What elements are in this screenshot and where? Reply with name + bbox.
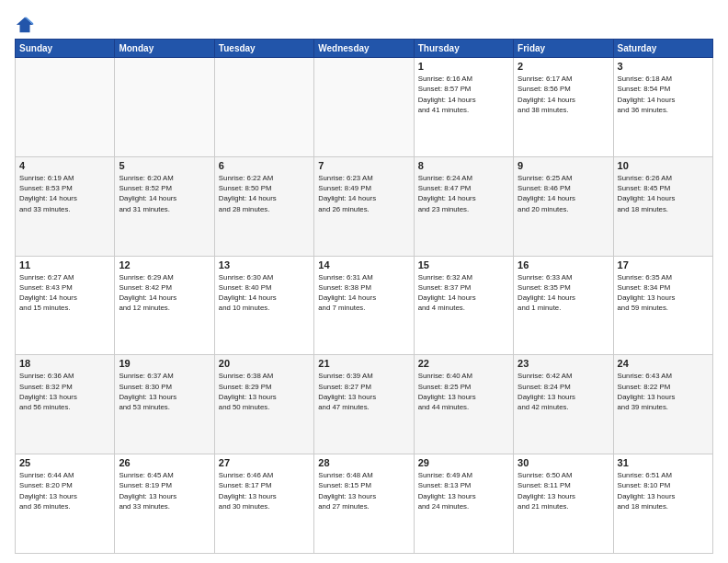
calendar-cell: 28Sunrise: 6:48 AM Sunset: 8:15 PM Dayli… (314, 454, 414, 554)
day-number: 13 (219, 259, 310, 270)
calendar-cell: 29Sunrise: 6:49 AM Sunset: 8:13 PM Dayli… (414, 454, 513, 554)
calendar-cell: 24Sunrise: 6:43 AM Sunset: 8:22 PM Dayli… (613, 355, 712, 454)
day-info: Sunrise: 6:43 AM Sunset: 8:22 PM Dayligh… (618, 371, 709, 412)
calendar-cell (16, 58, 115, 157)
day-info: Sunrise: 6:25 AM Sunset: 8:46 PM Dayligh… (518, 173, 609, 214)
calendar-cell: 20Sunrise: 6:38 AM Sunset: 8:29 PM Dayli… (214, 355, 313, 454)
day-info: Sunrise: 6:24 AM Sunset: 8:47 PM Dayligh… (418, 173, 509, 214)
day-number: 30 (518, 457, 609, 468)
day-number: 20 (219, 358, 310, 369)
calendar-header-saturday: Saturday (613, 40, 712, 58)
calendar-cell: 15Sunrise: 6:32 AM Sunset: 8:37 PM Dayli… (414, 256, 513, 355)
calendar-cell: 2Sunrise: 6:17 AM Sunset: 8:56 PM Daylig… (514, 58, 613, 157)
day-number: 25 (19, 457, 110, 468)
day-number: 28 (318, 457, 409, 468)
calendar-cell: 31Sunrise: 6:51 AM Sunset: 8:10 PM Dayli… (613, 454, 712, 554)
calendar-week-1: 1Sunrise: 6:16 AM Sunset: 8:57 PM Daylig… (16, 58, 713, 157)
calendar-header-friday: Friday (514, 40, 613, 58)
calendar-week-4: 18Sunrise: 6:36 AM Sunset: 8:32 PM Dayli… (16, 355, 713, 454)
calendar-cell: 8Sunrise: 6:24 AM Sunset: 8:47 PM Daylig… (414, 156, 513, 256)
day-number: 9 (518, 160, 609, 171)
day-number: 7 (318, 160, 409, 171)
calendar-cell (115, 58, 214, 157)
day-number: 6 (219, 160, 310, 171)
day-number: 3 (618, 61, 709, 72)
calendar-cell: 10Sunrise: 6:26 AM Sunset: 8:45 PM Dayli… (613, 156, 712, 256)
calendar-cell: 9Sunrise: 6:25 AM Sunset: 8:46 PM Daylig… (514, 156, 613, 256)
day-number: 12 (119, 259, 210, 270)
calendar-cell: 18Sunrise: 6:36 AM Sunset: 8:32 PM Dayli… (16, 355, 115, 454)
logo-icon (15, 15, 35, 35)
day-info: Sunrise: 6:17 AM Sunset: 8:56 PM Dayligh… (518, 74, 609, 115)
calendar-cell: 5Sunrise: 6:20 AM Sunset: 8:52 PM Daylig… (115, 156, 214, 256)
day-info: Sunrise: 6:19 AM Sunset: 8:53 PM Dayligh… (19, 173, 110, 214)
day-info: Sunrise: 6:23 AM Sunset: 8:49 PM Dayligh… (318, 173, 409, 214)
calendar-cell: 25Sunrise: 6:44 AM Sunset: 8:20 PM Dayli… (16, 454, 115, 554)
day-number: 5 (119, 160, 210, 171)
calendar-cell: 4Sunrise: 6:19 AM Sunset: 8:53 PM Daylig… (16, 156, 115, 256)
day-info: Sunrise: 6:30 AM Sunset: 8:40 PM Dayligh… (219, 272, 310, 314)
calendar-header-row: SundayMondayTuesdayWednesdayThursdayFrid… (16, 40, 713, 58)
calendar-cell (314, 58, 414, 157)
day-number: 22 (418, 358, 509, 369)
day-info: Sunrise: 6:20 AM Sunset: 8:52 PM Dayligh… (119, 173, 210, 214)
calendar-cell: 21Sunrise: 6:39 AM Sunset: 8:27 PM Dayli… (314, 355, 414, 454)
day-number: 15 (418, 259, 509, 270)
day-info: Sunrise: 6:33 AM Sunset: 8:35 PM Dayligh… (518, 272, 609, 314)
calendar-cell: 17Sunrise: 6:35 AM Sunset: 8:34 PM Dayli… (613, 256, 712, 355)
day-number: 21 (318, 358, 409, 369)
header (15, 11, 713, 35)
calendar-cell: 13Sunrise: 6:30 AM Sunset: 8:40 PM Dayli… (214, 256, 313, 355)
day-info: Sunrise: 6:48 AM Sunset: 8:15 PM Dayligh… (318, 470, 409, 511)
day-info: Sunrise: 6:27 AM Sunset: 8:43 PM Dayligh… (19, 272, 110, 314)
day-info: Sunrise: 6:46 AM Sunset: 8:17 PM Dayligh… (219, 470, 310, 511)
day-number: 1 (418, 61, 509, 72)
day-info: Sunrise: 6:50 AM Sunset: 8:11 PM Dayligh… (518, 470, 609, 511)
calendar-week-2: 4Sunrise: 6:19 AM Sunset: 8:53 PM Daylig… (16, 156, 713, 256)
day-number: 11 (19, 259, 110, 270)
day-number: 31 (618, 457, 709, 468)
calendar-table: SundayMondayTuesdayWednesdayThursdayFrid… (15, 39, 713, 554)
day-number: 29 (418, 457, 509, 468)
day-number: 17 (618, 259, 709, 270)
day-number: 10 (618, 160, 709, 171)
day-number: 16 (518, 259, 609, 270)
calendar-header-tuesday: Tuesday (214, 40, 313, 58)
day-number: 4 (19, 160, 110, 171)
day-info: Sunrise: 6:16 AM Sunset: 8:57 PM Dayligh… (418, 74, 509, 115)
day-number: 14 (318, 259, 409, 270)
logo (15, 15, 37, 35)
day-number: 2 (518, 61, 609, 72)
calendar-cell: 6Sunrise: 6:22 AM Sunset: 8:50 PM Daylig… (214, 156, 313, 256)
svg-marker-0 (17, 17, 33, 33)
calendar-header-thursday: Thursday (414, 40, 513, 58)
day-info: Sunrise: 6:39 AM Sunset: 8:27 PM Dayligh… (318, 371, 409, 412)
day-number: 8 (418, 160, 509, 171)
day-info: Sunrise: 6:29 AM Sunset: 8:42 PM Dayligh… (119, 272, 210, 314)
calendar-week-3: 11Sunrise: 6:27 AM Sunset: 8:43 PM Dayli… (16, 256, 713, 355)
day-info: Sunrise: 6:31 AM Sunset: 8:38 PM Dayligh… (318, 272, 409, 314)
calendar-header-sunday: Sunday (16, 40, 115, 58)
calendar-header-wednesday: Wednesday (314, 40, 414, 58)
day-number: 23 (518, 358, 609, 369)
day-number: 27 (219, 457, 310, 468)
day-info: Sunrise: 6:51 AM Sunset: 8:10 PM Dayligh… (618, 470, 709, 511)
calendar-header-monday: Monday (115, 40, 214, 58)
calendar-cell: 12Sunrise: 6:29 AM Sunset: 8:42 PM Dayli… (115, 256, 214, 355)
day-number: 18 (19, 358, 110, 369)
day-info: Sunrise: 6:42 AM Sunset: 8:24 PM Dayligh… (518, 371, 609, 412)
day-number: 19 (119, 358, 210, 369)
calendar-cell (214, 58, 313, 157)
day-info: Sunrise: 6:37 AM Sunset: 8:30 PM Dayligh… (119, 371, 210, 412)
calendar-cell: 19Sunrise: 6:37 AM Sunset: 8:30 PM Dayli… (115, 355, 214, 454)
day-number: 24 (618, 358, 709, 369)
calendar-cell: 11Sunrise: 6:27 AM Sunset: 8:43 PM Dayli… (16, 256, 115, 355)
page: SundayMondayTuesdayWednesdayThursdayFrid… (0, 0, 728, 563)
day-number: 26 (119, 457, 210, 468)
day-info: Sunrise: 6:18 AM Sunset: 8:54 PM Dayligh… (618, 74, 709, 115)
calendar-cell: 16Sunrise: 6:33 AM Sunset: 8:35 PM Dayli… (514, 256, 613, 355)
day-info: Sunrise: 6:49 AM Sunset: 8:13 PM Dayligh… (418, 470, 509, 511)
calendar-cell: 1Sunrise: 6:16 AM Sunset: 8:57 PM Daylig… (414, 58, 513, 157)
day-info: Sunrise: 6:40 AM Sunset: 8:25 PM Dayligh… (418, 371, 509, 412)
day-info: Sunrise: 6:22 AM Sunset: 8:50 PM Dayligh… (219, 173, 310, 214)
